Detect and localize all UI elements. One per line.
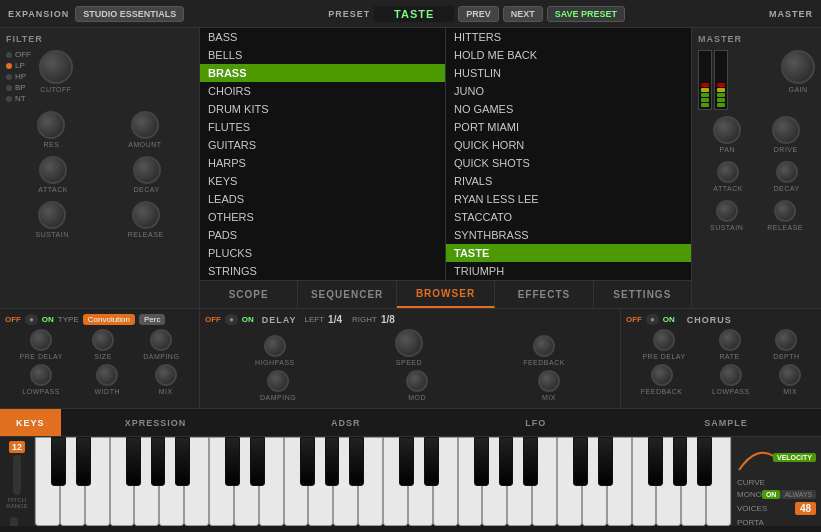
black-key-25[interactable] — [673, 437, 688, 486]
reverb-off[interactable]: OFF — [5, 315, 21, 324]
size-knob[interactable] — [92, 329, 114, 351]
prev-btn[interactable]: PREV — [458, 6, 499, 22]
preset-list-item[interactable]: SYNTHBRASS — [446, 226, 691, 244]
damping-knob[interactable] — [150, 329, 172, 351]
filter-mode-hp[interactable]: HP — [6, 72, 31, 81]
chorus-lowpass-knob[interactable] — [720, 364, 742, 386]
category-list-item[interactable]: PLUCKS — [200, 244, 445, 262]
res-knob[interactable] — [37, 111, 65, 139]
category-list-item[interactable]: STRINGS — [200, 262, 445, 280]
delay-mod-knob[interactable] — [406, 370, 428, 392]
save-preset-btn[interactable]: SAVE PRESET — [547, 6, 625, 22]
preset-list-item[interactable]: JUNO — [446, 82, 691, 100]
category-list-item[interactable]: LEADS — [200, 190, 445, 208]
filter-mode-bp[interactable]: BP — [6, 83, 31, 92]
category-list-item[interactable]: FLUTES — [200, 118, 445, 136]
category-list-item[interactable]: BELLS — [200, 46, 445, 64]
chorus-on[interactable]: ON — [663, 315, 675, 324]
black-key-8[interactable] — [250, 437, 265, 486]
chorus-feedback-knob[interactable] — [651, 364, 673, 386]
amount-knob[interactable] — [131, 111, 159, 139]
preset-list-item[interactable]: HUSTLIN — [446, 64, 691, 82]
preset-list-item[interactable]: QUICK SHOTS — [446, 154, 691, 172]
reverb-width-knob[interactable] — [96, 364, 118, 386]
pan-knob[interactable] — [713, 116, 741, 144]
delay-off[interactable]: OFF — [205, 315, 221, 324]
gain-knob[interactable] — [781, 50, 815, 84]
mod-slider[interactable] — [10, 517, 18, 526]
nav-tab-sequencer[interactable]: SEQUENCER — [298, 281, 396, 308]
preset-list-item[interactable]: QUICK HORN — [446, 136, 691, 154]
xpression-tab[interactable]: XPRESSION — [61, 418, 251, 428]
cutoff-knob[interactable] — [39, 50, 73, 84]
nav-tab-settings[interactable]: SETTINGS — [594, 281, 691, 308]
black-key-19[interactable] — [523, 437, 538, 486]
preset-list-item[interactable]: TRIUMPH — [446, 262, 691, 280]
category-list-item[interactable]: DRUM KITS — [200, 100, 445, 118]
mono-on-btn[interactable]: ON — [762, 490, 781, 499]
black-key-26[interactable] — [697, 437, 712, 486]
delay-feedback-knob[interactable] — [533, 335, 555, 357]
black-key-12[interactable] — [349, 437, 364, 486]
filter-mode-off[interactable]: OFF — [6, 50, 31, 59]
nav-tab-effects[interactable]: EFFECTS — [495, 281, 593, 308]
preset-list-item[interactable]: RIVALS — [446, 172, 691, 190]
black-key-22[interactable] — [598, 437, 613, 486]
preset-list-item[interactable]: RYAN LESS LEE — [446, 190, 691, 208]
preset-list-item[interactable]: HOLD ME BACK — [446, 46, 691, 64]
master-sustain-knob[interactable] — [716, 200, 738, 222]
always-btn[interactable]: ALWAYS — [780, 490, 816, 499]
black-key-17[interactable] — [474, 437, 489, 486]
black-key-24[interactable] — [648, 437, 663, 486]
reverb-perc-value[interactable]: Perc — [139, 314, 165, 325]
delay-damping-knob[interactable] — [267, 370, 289, 392]
master-decay-knob[interactable] — [776, 161, 798, 183]
adsr-tab[interactable]: ADSR — [251, 418, 441, 428]
category-list-item[interactable]: KEYS — [200, 172, 445, 190]
black-key-14[interactable] — [399, 437, 414, 486]
preset-list-item[interactable]: STACCATO — [446, 208, 691, 226]
category-list-item[interactable]: GUITARS — [200, 136, 445, 154]
black-key-1[interactable] — [76, 437, 91, 486]
category-list-item[interactable]: BRASS — [200, 64, 445, 82]
velocity-on-btn[interactable]: VELOCITY — [773, 453, 816, 462]
studio-essentials-btn[interactable]: STUDIO ESSENTIALS — [75, 6, 184, 22]
filter-release-knob[interactable] — [132, 201, 160, 229]
reverb-type-value[interactable]: Convolution — [83, 314, 135, 325]
chorus-rate-knob[interactable] — [719, 329, 741, 351]
nav-tab-scope[interactable]: SCOPE — [200, 281, 298, 308]
black-key-4[interactable] — [151, 437, 166, 486]
black-key-3[interactable] — [126, 437, 141, 486]
filter-mode-nt[interactable]: NT — [6, 94, 31, 103]
preset-list-item[interactable]: HITTERS — [446, 28, 691, 46]
filter-mode-lp[interactable]: LP — [6, 61, 31, 70]
preset-list-item[interactable]: PORT MIAMI — [446, 118, 691, 136]
preset-list-item[interactable]: NO GAMES — [446, 100, 691, 118]
black-key-5[interactable] — [175, 437, 190, 486]
black-key-7[interactable] — [225, 437, 240, 486]
pitch-slider[interactable] — [13, 455, 21, 495]
keys-tab[interactable]: KEYS — [0, 409, 61, 436]
black-key-21[interactable] — [573, 437, 588, 486]
nav-tab-browser[interactable]: BROWSER — [397, 281, 495, 308]
pre-delay-knob[interactable] — [30, 329, 52, 351]
delay-speed-knob[interactable] — [395, 329, 423, 357]
preset-list-item[interactable]: TASTE — [446, 244, 691, 262]
reverb-on[interactable]: ON — [42, 315, 54, 324]
chorus-mix-knob[interactable] — [779, 364, 801, 386]
reverb-lowpass-knob[interactable] — [30, 364, 52, 386]
next-btn[interactable]: NEXT — [503, 6, 543, 22]
black-key-10[interactable] — [300, 437, 315, 486]
filter-decay-knob[interactable] — [133, 156, 161, 184]
category-list-item[interactable]: PADS — [200, 226, 445, 244]
chorus-off[interactable]: OFF — [626, 315, 642, 324]
black-key-0[interactable] — [51, 437, 66, 486]
master-attack-knob[interactable] — [717, 161, 739, 183]
chorus-depth-knob[interactable] — [775, 329, 797, 351]
category-list-item[interactable]: OTHERS — [200, 208, 445, 226]
chorus-toggle[interactable]: ● — [646, 314, 659, 325]
category-list-item[interactable]: HARPS — [200, 154, 445, 172]
delay-mix-knob[interactable] — [538, 370, 560, 392]
drive-knob[interactable] — [772, 116, 800, 144]
black-key-15[interactable] — [424, 437, 439, 486]
